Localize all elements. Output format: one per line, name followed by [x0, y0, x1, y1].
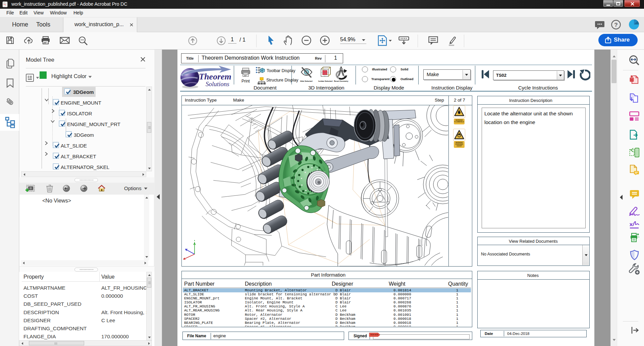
svg-text:Solutions: Solutions: [206, 80, 229, 88]
svg-text:?: ?: [614, 22, 618, 28]
svg-text:Theorem: Theorem: [199, 72, 231, 81]
svg-text:SIGN HERE: SIGN HERE: [370, 334, 379, 336]
